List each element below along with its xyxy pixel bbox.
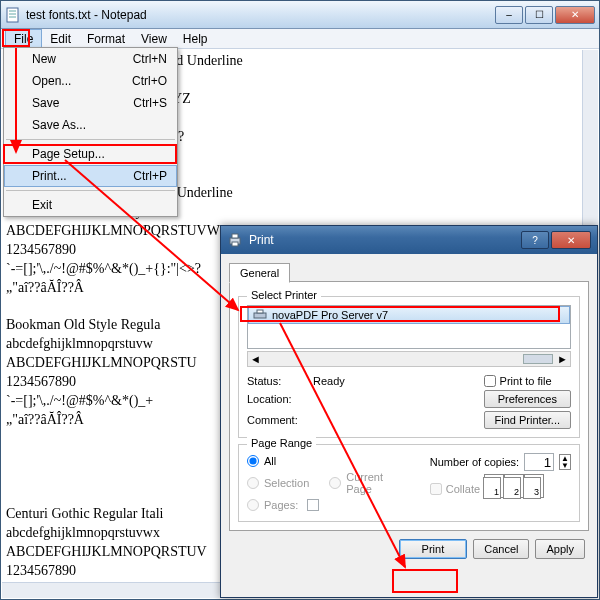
pages-input[interactable] — [307, 499, 319, 511]
printer-list-scrollbar[interactable]: ◄► — [247, 351, 571, 367]
notepad-title: test fonts.txt - Notepad — [26, 8, 495, 22]
tab-general[interactable]: General — [229, 263, 290, 283]
status-label: Status: — [247, 375, 307, 387]
svg-rect-0 — [7, 8, 18, 22]
radio-all[interactable]: All — [247, 453, 410, 469]
comment-label: Comment: — [247, 414, 307, 426]
menu-separator — [6, 190, 175, 191]
print-title: Print — [249, 233, 521, 247]
maximize-button[interactable]: ☐ — [525, 6, 553, 24]
menu-edit[interactable]: Edit — [42, 30, 79, 48]
svg-rect-8 — [257, 310, 263, 313]
printer-row-selected[interactable]: novaPDF Pro Server v7 — [248, 306, 570, 324]
location-label: Location: — [247, 393, 307, 405]
menu-item-save-as[interactable]: Save As... — [4, 114, 177, 136]
menu-view[interactable]: View — [133, 30, 175, 48]
printer-name: novaPDF Pro Server v7 — [272, 309, 388, 321]
svg-rect-6 — [232, 242, 238, 246]
copies-label: Number of copies: — [430, 456, 519, 468]
menu-item-new[interactable]: NewCtrl+N — [4, 48, 177, 70]
file-menu-dropdown: NewCtrl+N Open...Ctrl+O SaveCtrl+S Save … — [3, 47, 178, 217]
radio-current-page[interactable]: Current Page — [329, 469, 410, 497]
svg-rect-5 — [232, 234, 238, 238]
radio-selection[interactable]: Selection — [247, 469, 309, 497]
print-button[interactable]: Print — [399, 539, 468, 559]
collate-preview: 1 2 3 — [483, 477, 541, 499]
menu-item-print[interactable]: Print...Ctrl+P — [4, 165, 177, 187]
menu-file[interactable]: File — [5, 29, 42, 49]
print-tabs: General — [229, 262, 589, 282]
find-printer-button[interactable]: Find Printer... — [484, 411, 571, 429]
select-printer-group: Select Printer novaPDF Pro Server v7 ◄► … — [238, 296, 580, 438]
radio-pages[interactable]: Pages: — [247, 497, 410, 513]
printer-icon — [227, 232, 243, 248]
menu-format[interactable]: Format — [79, 30, 133, 48]
print-help-button[interactable]: ? — [521, 231, 549, 249]
notepad-menubar: File Edit Format View Help — [1, 29, 599, 49]
apply-button[interactable]: Apply — [535, 539, 585, 559]
minimize-button[interactable]: – — [495, 6, 523, 24]
menu-item-page-setup[interactable]: Page Setup... — [4, 143, 177, 165]
status-value: Ready — [313, 375, 478, 387]
print-dialog: Print ? ✕ General Select Printer novaPDF… — [220, 225, 598, 598]
print-to-file-checkbox[interactable]: Print to file — [484, 375, 571, 387]
menu-help[interactable]: Help — [175, 30, 216, 48]
cancel-button[interactable]: Cancel — [473, 539, 529, 559]
close-button[interactable]: ✕ — [555, 6, 595, 24]
page-range-group: Page Range All Selection Current Page Pa… — [238, 444, 580, 522]
copies-spinner[interactable]: ▲▼ — [559, 454, 571, 470]
notepad-icon — [5, 7, 21, 23]
select-printer-label: Select Printer — [247, 289, 321, 301]
page-range-label: Page Range — [247, 437, 316, 449]
printer-list[interactable]: novaPDF Pro Server v7 — [247, 305, 571, 349]
menu-item-exit[interactable]: Exit — [4, 194, 177, 216]
menu-item-open[interactable]: Open...Ctrl+O — [4, 70, 177, 92]
menu-item-save[interactable]: SaveCtrl+S — [4, 92, 177, 114]
svg-rect-7 — [254, 313, 266, 318]
print-close-button[interactable]: ✕ — [551, 231, 591, 249]
menu-separator — [6, 139, 175, 140]
collate-checkbox[interactable]: Collate — [430, 483, 480, 495]
copies-input[interactable] — [524, 453, 554, 471]
notepad-titlebar: test fonts.txt - Notepad – ☐ ✕ — [1, 1, 599, 29]
printer-icon — [253, 309, 267, 321]
print-titlebar: Print ? ✕ — [221, 226, 597, 254]
preferences-button[interactable]: Preferences — [484, 390, 571, 408]
